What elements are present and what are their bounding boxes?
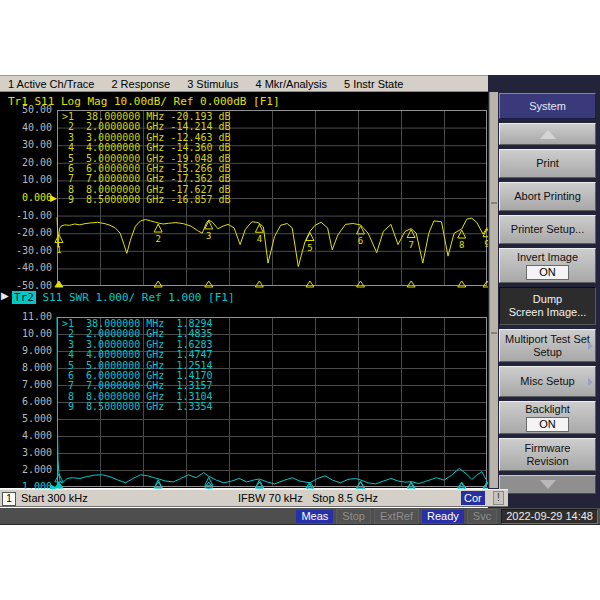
- scroll-up-button[interactable]: [499, 123, 596, 145]
- y-axis-label: 40.00: [4, 122, 52, 133]
- trace2-active-badge: Tr2: [12, 291, 36, 304]
- submenu-arrow-icon: [588, 342, 593, 350]
- scroll-tick: [491, 202, 497, 204]
- channel-indicator: 1: [2, 492, 16, 506]
- y-axis-label: 20.00: [4, 157, 52, 168]
- dump-screen-image-button[interactable]: DumpScreen Image...: [499, 287, 596, 325]
- y-axis-label: 4.000: [4, 430, 52, 441]
- y-axis-label: -20.00: [4, 227, 52, 238]
- system-menu-title: System: [499, 93, 596, 119]
- menu-item-response[interactable]: 2 Response: [111, 78, 170, 90]
- softkey-column: System Print Abort Printing Printer Setu…: [499, 93, 596, 498]
- backlight-button[interactable]: Backlight ON: [499, 401, 596, 434]
- ifbw-value: IFBW 70 kHz: [238, 492, 303, 504]
- menu-bar: 1 Active Ch/Trace 2 Response 3 Stimulus …: [0, 75, 488, 92]
- marker-number: 8: [459, 240, 464, 250]
- trace2-title: Tr2 S11 SWR 1.000/ Ref 1.000 [F1]: [12, 291, 235, 304]
- y-axis-label: 6.000: [4, 396, 52, 407]
- marker-table-row: 9 8.5000000 GHz 1.3354: [62, 402, 213, 412]
- marker-triangle-icon: [357, 226, 365, 234]
- y-axis-label: -40.00: [4, 262, 52, 273]
- softkey-scroll-strip: [489, 92, 498, 488]
- y-axis-label: 3.000: [4, 447, 52, 458]
- menu-item-mkr-analysis[interactable]: 4 Mkr/Analysis: [255, 78, 327, 90]
- marker-number: 6: [358, 236, 363, 246]
- y-axis-label: 10.00: [4, 328, 52, 339]
- marker-number: 4: [257, 234, 262, 244]
- status-stop: Stop: [336, 509, 371, 524]
- marker-number: 5: [307, 243, 312, 253]
- system-status-bar: Meas Stop ExtRef Ready Svc 2022-09-29 14…: [0, 508, 600, 525]
- marker-triangle-icon: [154, 224, 162, 232]
- y-axis-label: 7.000: [4, 379, 52, 390]
- menu-item-instr-state[interactable]: 5 Instr State: [344, 78, 403, 90]
- status-extref: ExtRef: [374, 509, 419, 524]
- submenu-arrow-icon: [588, 378, 593, 386]
- marker-number: 3: [206, 231, 211, 241]
- misc-setup-button[interactable]: Misc Setup: [499, 366, 596, 397]
- arrow-up-icon: [540, 130, 556, 139]
- trace2-marker-table: >1 38.000000 MHz 1.8294 2 2.0000000 GHz …: [62, 319, 213, 413]
- menu-item-active-ch-trace[interactable]: 1 Active Ch/Trace: [8, 78, 94, 90]
- y-axis-label: 30.00: [4, 139, 52, 150]
- backlight-state: ON: [526, 417, 569, 432]
- y-axis-label: -10.00: [4, 210, 52, 221]
- marker-table-row: 9 8.5000000 GHz -16.857 dB: [62, 195, 231, 205]
- y-axis-label: -50.00: [4, 280, 52, 291]
- print-button[interactable]: Print: [499, 149, 596, 178]
- trace1-marker-table: >1 38.000000 MHz -20.193 dB 2 2.0000000 …: [62, 112, 231, 206]
- marker-number: 7: [408, 240, 413, 250]
- status-bar: 1 Start 300 kHz IFBW 70 kHz Stop 8.5 GHz…: [0, 489, 508, 507]
- menu-item-stimulus[interactable]: 3 Stimulus: [187, 78, 238, 90]
- active-trace-arrow-icon: ▶: [1, 290, 9, 301]
- vna-screenshot: 1 Active Ch/Trace 2 Response 3 Stimulus …: [0, 0, 600, 600]
- correction-badge: Cor: [461, 491, 485, 505]
- y-axis-label: 50.00: [4, 104, 52, 115]
- y-axis-label: 11.00: [4, 311, 52, 322]
- scroll-down-button[interactable]: [499, 475, 596, 494]
- start-frequency: Start 300 kHz: [21, 492, 88, 504]
- abort-printing-button[interactable]: Abort Printing: [499, 182, 596, 211]
- printer-setup-button[interactable]: Printer Setup...: [499, 215, 596, 244]
- y-axis-label: 0.000: [4, 192, 52, 203]
- y-axis-label: 8.000: [4, 362, 52, 373]
- firmware-revision-button[interactable]: FirmwareRevision: [499, 438, 596, 471]
- multiport-test-set-button[interactable]: Multiport Test SetSetup: [499, 329, 596, 362]
- status-meas: Meas: [296, 510, 333, 523]
- marker-number: 2: [155, 234, 160, 244]
- y-axis-label: -30.00: [4, 245, 52, 256]
- y-axis-label: 9.000: [4, 345, 52, 356]
- y-axis-label: 5.000: [4, 413, 52, 424]
- y-axis-label: 2.000: [4, 464, 52, 475]
- status-svc: Svc: [467, 509, 497, 524]
- status-ready: Ready: [422, 510, 464, 523]
- arrow-down-icon: [540, 480, 556, 489]
- stimulus-marker-icon: [55, 281, 63, 287]
- stop-frequency: Stop 8.5 GHz: [312, 492, 378, 504]
- scroll-tick: [491, 332, 497, 334]
- alert-badge: !: [493, 491, 504, 505]
- invert-image-state: ON: [526, 265, 569, 280]
- invert-image-button[interactable]: Invert Image ON: [499, 248, 596, 283]
- marker-number: 1: [56, 245, 61, 255]
- datetime: 2022-09-29 14:48: [501, 509, 598, 524]
- y-axis-label: 10.00: [4, 174, 52, 185]
